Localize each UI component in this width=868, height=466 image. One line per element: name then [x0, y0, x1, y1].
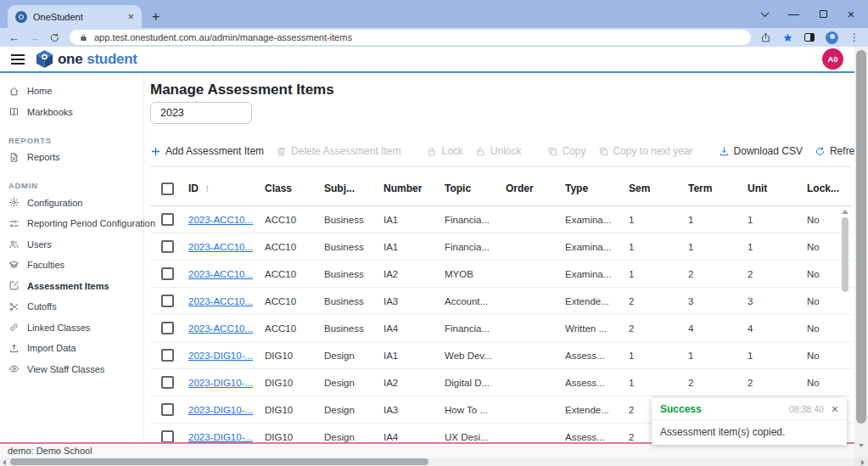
vertical-scrollbar-thumb[interactable] [856, 50, 866, 424]
share-icon[interactable] [760, 32, 771, 43]
window-menu-chevron-icon[interactable] [760, 8, 769, 17]
cell-term: 1 [684, 351, 743, 361]
unlock-icon [475, 146, 486, 157]
browser-menu-icon[interactable]: ⋮ [849, 32, 860, 42]
column-header-topic[interactable]: Topic [440, 182, 501, 194]
table-row: 2023-DIG10-...DIG10DesignIA2Digital D...… [150, 369, 853, 396]
sidebar-item-faculties[interactable]: Faculties [0, 255, 143, 276]
cell-term: 1 [684, 215, 743, 225]
sidebar-item-linked-classes[interactable]: Linked Classes [0, 317, 143, 339]
row-checkbox[interactable] [161, 403, 174, 416]
cell-type: Extende... [561, 296, 624, 306]
row-checkbox[interactable] [161, 376, 174, 389]
window-minimize-icon[interactable]: — [788, 8, 799, 20]
cell-topic: UX Desi... [440, 432, 501, 442]
table-scrollbar-thumb[interactable] [842, 217, 848, 292]
column-header-id[interactable]: ID↑ [184, 182, 260, 194]
url-bar[interactable]: app.test.onestudent.com.au/admin/manage-… [70, 30, 751, 45]
column-header-subj[interactable]: Subj... [320, 182, 379, 194]
bookmark-star-icon[interactable] [782, 32, 793, 43]
table-scrollbar[interactable] [841, 210, 849, 292]
assessment-item-link[interactable]: 2023-DIG10-... [188, 405, 253, 415]
reload-icon[interactable] [49, 32, 60, 43]
sidebar-item-label: Markbooks [27, 107, 73, 117]
window-close-icon[interactable]: × [848, 8, 854, 21]
scroll-down-icon[interactable] [859, 444, 864, 447]
select-all-checkbox[interactable] [161, 182, 174, 195]
sidebar-item-home[interactable]: Home [0, 81, 143, 102]
sidebar-item-view-staff-classes[interactable]: View Staff Classes [0, 359, 143, 380]
assessment-item-link[interactable]: 2023-DIG10-... [188, 378, 253, 388]
window-maximize-icon[interactable] [820, 10, 827, 18]
cell-class: ACC10 [260, 323, 320, 334]
row-checkbox[interactable] [161, 213, 174, 226]
column-header-term[interactable]: Term [684, 182, 743, 194]
scrollbar-corner [854, 458, 868, 466]
cell-unit: 2 [743, 378, 803, 388]
scroll-right-icon[interactable] [861, 460, 865, 465]
cell-number: IA1 [379, 215, 440, 225]
hamburger-menu-icon[interactable] [11, 54, 25, 65]
app-viewport: onestudent A0 HomeMarkbooksREPORTSReport… [0, 47, 854, 442]
user-avatar[interactable]: A0 [822, 48, 843, 70]
download-csv-button[interactable]: Download CSV [719, 145, 803, 157]
browser-profile-avatar[interactable] [826, 31, 838, 44]
assessment-item-link[interactable]: 2023-ACC10... [188, 242, 253, 252]
sidebar-item-configuration[interactable]: Configuration [0, 193, 143, 214]
sidebar-item-assessment-items[interactable]: Assessment Items [0, 276, 143, 297]
row-checkbox[interactable] [161, 430, 174, 442]
column-header-label: Subj... [324, 182, 355, 194]
column-header-type[interactable]: Type [561, 182, 624, 194]
row-checkbox-cell [150, 376, 184, 389]
browser-tab[interactable]: OneStudent × [8, 5, 142, 28]
cell-unit: 1 [743, 242, 803, 252]
assessment-item-link[interactable]: 2023-ACC10... [188, 323, 253, 334]
row-checkbox-cell [150, 267, 184, 280]
assessment-item-link[interactable]: 2023-ACC10... [188, 269, 253, 279]
sidebar-item-reports[interactable]: Reports [0, 147, 143, 168]
row-checkbox[interactable] [161, 240, 174, 253]
row-checkbox[interactable] [161, 322, 174, 334]
assessment-item-link[interactable]: 2023-ACC10... [188, 215, 253, 225]
add-assessment-item-button[interactable]: Add Assessment Item [150, 145, 264, 157]
scroll-left-icon[interactable] [3, 460, 6, 465]
assessment-item-link[interactable]: 2023-ACC10... [188, 296, 253, 306]
column-header-order[interactable]: Order [501, 182, 561, 194]
cell-type: Examina... [561, 242, 624, 252]
sidebar-item-import-data[interactable]: Import Data [0, 338, 143, 359]
lock-icon [426, 146, 437, 157]
column-header-unit[interactable]: Unit [743, 182, 803, 194]
vertical-scrollbar[interactable] [854, 47, 868, 458]
assessment-item-link[interactable]: 2023-DIG10-... [188, 432, 253, 442]
refresh-icon [815, 146, 826, 157]
column-header-sem[interactable]: Sem [624, 182, 684, 194]
column-header-label: Term [688, 182, 712, 194]
school-status-bar: demo: Demo School [0, 444, 854, 458]
column-header-lock[interactable]: Lock... [803, 182, 853, 194]
back-icon[interactable]: ← [8, 32, 20, 43]
row-checkbox[interactable] [161, 267, 174, 280]
sidebar-item-reporting-period-configuration[interactable]: Reporting Period Configuration [0, 213, 143, 234]
assessment-item-link[interactable]: 2023-DIG10-... [188, 351, 253, 361]
sidebar-item-label: Assessment Items [27, 281, 109, 291]
horizontal-scrollbar-thumb[interactable] [10, 458, 428, 465]
horizontal-scrollbar[interactable] [0, 458, 854, 466]
column-header-class[interactable]: Class [260, 182, 320, 194]
sidebar-item-cutoffs[interactable]: Cutoffs [0, 296, 143, 317]
column-header-number[interactable]: Number [379, 182, 440, 194]
users-icon [8, 239, 20, 250]
row-checkbox[interactable] [161, 295, 174, 307]
side-panel-icon[interactable] [804, 33, 815, 42]
sidebar-item-label: Cutoffs [27, 301, 57, 312]
row-checkbox[interactable] [161, 349, 174, 362]
toast-close-icon[interactable]: × [832, 403, 838, 415]
cell-number: IA4 [379, 432, 440, 442]
refresh-button[interactable]: Refresh [815, 145, 854, 157]
forward-icon[interactable]: → [29, 32, 40, 43]
tab-close-icon[interactable]: × [127, 11, 134, 22]
sidebar-item-users[interactable]: Users [0, 234, 143, 255]
table-scroll-up-icon[interactable] [842, 210, 848, 214]
sidebar-item-markbooks[interactable]: Markbooks [0, 102, 143, 123]
year-filter-input[interactable] [150, 102, 252, 124]
new-tab-button[interactable]: + [152, 10, 160, 24]
